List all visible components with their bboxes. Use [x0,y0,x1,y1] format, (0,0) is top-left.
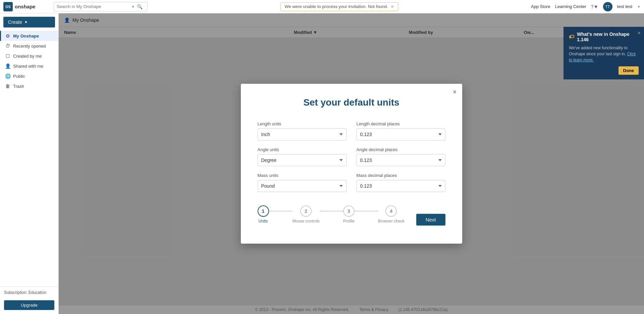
step-3: 3 Profile [343,205,355,224]
main-content: 👤 My Onshape Name Modified ▼ Modified by… [59,13,644,314]
length-units-select[interactable]: Inch Millimeter Centimeter Meter Foot Ya… [258,128,346,140]
sidebar-item-label-created-by-me: Created by me [13,54,42,59]
sidebar-item-shared-with-me[interactable]: 👤 Shared with me [0,61,58,71]
subscription-box: Subscription: Education [0,287,58,298]
notification-banner: We were unable to process your invitatio… [280,2,398,11]
sidebar-item-created-by-me[interactable]: ☐ Created by me [0,51,58,61]
step-3-number: 3 [347,208,350,214]
notification-close-button[interactable]: × [391,4,394,9]
next-label: Next [426,217,436,223]
modal-close-icon: × [453,88,457,96]
angle-decimal-group: Angle decimal places 0.123 0.1 0.12 0.12… [357,147,445,166]
upgrade-label: Upgrade [21,303,38,308]
step-line-1 [269,211,292,211]
step-4-circle[interactable]: 4 [385,205,397,217]
step-3-circle[interactable]: 3 [343,205,355,217]
sidebar-spacer [0,91,58,287]
create-button[interactable]: Create ▼ [3,17,55,27]
user-label: test test [617,4,633,9]
step-2-label: Mouse controls [292,219,320,224]
step-line-2 [320,211,343,211]
shared-with-me-icon: 👤 [5,63,10,69]
mass-units-select[interactable]: Pound Kilogram Gram Ounce [258,180,346,192]
step-2: 2 Mouse controls [292,205,320,224]
length-decimal-select[interactable]: 0.123 0.1 0.12 0.1234 [357,128,445,140]
angle-units-label: Angle units [258,147,346,152]
next-button[interactable]: Next [416,214,445,226]
topbar: OS onshape ▼ 🔍 We were unable to process… [0,0,644,13]
mass-decimal-select[interactable]: 0.123 0.1 0.12 0.1234 [357,180,445,192]
sidebar-item-public[interactable]: 🌐 Public [0,71,58,81]
public-icon: 🌐 [5,73,10,79]
modal-footer: 1 Units 2 Mouse controls [258,205,445,234]
create-dropdown-icon: ▼ [24,20,28,24]
sidebar-item-label-shared-with-me: Shared with me [13,64,43,69]
layout: Create ▼ ⊙ My Onshape ⏱ Recently opened … [0,13,644,314]
sidebar: Create ▼ ⊙ My Onshape ⏱ Recently opened … [0,13,59,314]
whats-new-footer: Done [569,66,639,75]
whats-new-body: We've added new functionality to Onshape… [569,45,639,63]
whats-new-done-button[interactable]: Done [619,66,639,75]
notification-text: We were unable to process your invitatio… [285,4,388,9]
notification-bar: We were unable to process your invitatio… [151,2,528,11]
my-onshape-icon: ⊙ [5,33,10,39]
angle-decimal-select[interactable]: 0.123 0.1 0.12 0.1234 [357,154,445,166]
step-1-label: Units [259,219,268,224]
search-dropdown-icon[interactable]: ▼ [131,5,135,9]
modal-title: Set your default units [258,97,445,108]
whats-new-header: 🏷 What's new in Onshape 1.146 [569,32,639,42]
modal-close-button[interactable]: × [453,88,457,95]
step-line-3 [355,211,378,211]
whats-new-text: We've added new functionality to Onshape… [569,46,628,56]
step-2-number: 2 [305,208,307,214]
mass-decimal-group: Mass decimal places 0.123 0.1 0.12 0.123… [357,173,445,192]
sidebar-item-recently-opened[interactable]: ⏱ Recently opened [0,41,58,51]
step-1-circle[interactable]: 1 [258,205,269,217]
learning-center-link[interactable]: Learning Center [555,4,586,9]
step-1-number: 1 [262,208,265,214]
angle-units-select[interactable]: Degree Radian [258,154,346,166]
mass-decimal-label: Mass decimal places [357,173,445,178]
subscription-label: Subscription: Education [4,290,46,295]
search-button[interactable]: 🔍 [135,4,145,9]
user-dropdown-icon[interactable]: ▼ [637,5,641,9]
mass-units-group: Mass units Pound Kilogram Gram Ounce [258,173,346,192]
avatar[interactable]: TT [603,2,612,11]
step-1: 1 Units [258,205,269,224]
search-input[interactable] [54,4,131,9]
logo-text: onshape [15,4,36,9]
whats-new-title: What's new in Onshape 1.146 [577,32,639,42]
logo-icon: OS [3,2,13,11]
logo: OS onshape [3,2,50,11]
length-decimal-label: Length decimal places [357,121,445,126]
sidebar-item-my-onshape[interactable]: ⊙ My Onshape [0,31,58,41]
step-4: 4 Browser check [378,205,405,224]
sidebar-item-label-my-onshape: My Onshape [13,34,39,39]
app-store-link[interactable]: App Store [531,4,550,9]
length-decimal-group: Length decimal places 0.123 0.1 0.12 0.1… [357,121,445,140]
whats-new-panel: × 🏷 What's new in Onshape 1.146 We've ad… [564,27,644,79]
create-label: Create [8,19,22,25]
upgrade-button[interactable]: Upgrade [4,300,54,310]
stepper: 1 Units 2 Mouse controls [258,205,405,224]
created-by-me-icon: ☐ [5,53,10,59]
length-units-group: Length units Inch Millimeter Centimeter … [258,121,346,140]
search-bar: ▼ 🔍 [54,2,148,11]
modal-overlay: × Set your default units Length units In… [59,13,644,314]
whats-new-close-button[interactable]: × [638,30,641,36]
step-4-label: Browser check [378,219,405,224]
recently-opened-icon: ⏱ [5,43,10,49]
topbar-right: App Store Learning Center ?▼ TT test tes… [531,2,641,11]
mass-units-label: Mass units [258,173,346,178]
done-label: Done [623,68,634,73]
help-button[interactable]: ?▼ [591,4,598,9]
step-3-label: Profile [343,219,355,224]
whats-new-tag-icon: 🏷 [569,34,574,40]
step-2-circle[interactable]: 2 [300,205,312,217]
sidebar-item-trash[interactable]: 🗑 Trash [0,81,58,91]
sidebar-item-label-public: Public [13,74,25,79]
step-4-number: 4 [390,208,392,214]
angle-units-group: Angle units Degree Radian [258,147,346,166]
trash-icon: 🗑 [5,83,10,89]
modal: × Set your default units Length units In… [241,84,462,244]
